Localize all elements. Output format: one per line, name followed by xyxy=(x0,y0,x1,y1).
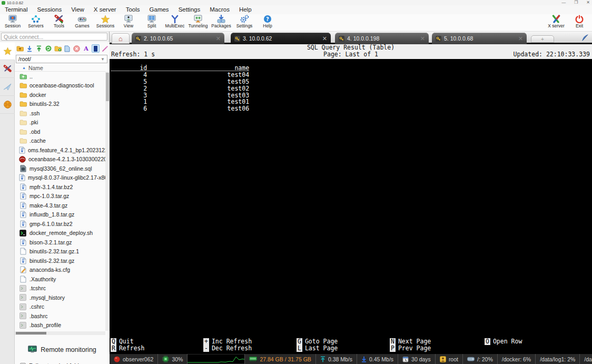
file-row[interactable]: gmp-6.1.0.tar.bz2 xyxy=(15,219,105,229)
menu-sessions[interactable]: Sessions xyxy=(32,5,66,14)
file-row[interactable]: binutils-2.32.tar.gz xyxy=(15,256,105,265)
home-tab-button[interactable]: ⌂ xyxy=(112,33,130,44)
file-row[interactable]: .bashrc xyxy=(15,311,105,321)
sidebar: A /root/ ▼ ▲ Name ..oceanbase-diagnostic… xyxy=(0,32,110,364)
rename-button[interactable]: A xyxy=(82,44,90,53)
status-segment-server-status: observer062 xyxy=(110,354,158,364)
session-tab[interactable]: 5. 10.0.0.68✕ xyxy=(432,33,527,44)
keybinding-column: +Inc Refresh-Dec Refresh xyxy=(203,338,252,352)
archive-file-icon xyxy=(20,183,26,191)
toolbar-button-sessions[interactable]: Sessions xyxy=(94,14,117,32)
tab-close-icon[interactable]: ✕ xyxy=(518,35,523,42)
file-row[interactable]: .obd xyxy=(15,127,105,136)
file-row[interactable]: mysql-8.0.37-linux-glibc2.17-x86_ xyxy=(15,173,105,183)
toolbar-button-tunneling[interactable]: Tunneling xyxy=(186,14,210,32)
menu-terminal[interactable]: Terminal xyxy=(0,5,32,14)
table-row[interactable]: 2 test02 xyxy=(111,85,249,92)
file-list-name-header[interactable]: ▲ Name xyxy=(15,64,105,72)
file-row[interactable]: oms.feature_4.2.1_bp1.20231225 xyxy=(15,145,105,155)
toolbar-button-tools[interactable]: Tools xyxy=(47,14,71,32)
menu-settings[interactable]: Settings xyxy=(174,5,205,14)
toolbar-button-session[interactable]: Session xyxy=(1,14,24,32)
download-file-button[interactable] xyxy=(25,44,33,53)
file-row[interactable]: .pki xyxy=(15,118,105,127)
tab-close-icon[interactable]: ✕ xyxy=(216,35,221,42)
shell-file-icon xyxy=(19,230,26,237)
file-row[interactable]: .cache xyxy=(15,136,105,146)
maximize-icon[interactable]: ❐ xyxy=(574,0,578,5)
sidebar-tab-macros-plane[interactable] xyxy=(0,78,15,96)
toolbar-button-split[interactable]: Split xyxy=(140,14,163,32)
minimize-icon[interactable]: — xyxy=(561,0,566,5)
file-row[interactable]: binutils-2.32.tar.gz.1 xyxy=(15,247,105,257)
sidebar-tab-sessions-star[interactable] xyxy=(0,42,15,60)
quick-connect-input[interactable] xyxy=(1,33,107,41)
refresh-button[interactable] xyxy=(44,44,52,53)
file-list-horizontal-scrollbar[interactable] xyxy=(15,331,105,335)
file-row[interactable]: .cshrc xyxy=(15,302,105,312)
toolbar-button-x-server[interactable]: X server xyxy=(545,14,568,32)
status-segment-upload-speed: 0.38 Mb/s xyxy=(316,354,357,364)
file-row[interactable]: .ssh xyxy=(15,109,105,118)
session-tab[interactable]: 4. 10.0.0.198✕ xyxy=(335,33,429,44)
status-text: /data/1: 15% xyxy=(584,356,592,362)
session-tab[interactable]: 2. 10.0.0.65✕ xyxy=(132,33,224,44)
toolbar-button-multiexec[interactable]: MultiExec xyxy=(163,14,186,32)
path-dropdown[interactable]: /root/ ▼ xyxy=(16,55,107,63)
toolbar-button-exit[interactable]: Exit xyxy=(568,14,591,32)
file-name: mpc-1.0.3.tar.gz xyxy=(29,193,69,199)
file-row[interactable]: mpfr-3.1.4.tar.bz2 xyxy=(15,182,105,192)
parent-dir-button[interactable] xyxy=(16,44,24,53)
delete-button[interactable] xyxy=(73,44,81,53)
file-row[interactable]: .Xauthority xyxy=(15,274,105,284)
toolbar-button-help[interactable]: ?Help xyxy=(256,14,279,32)
sidebar-tab-tools-knife[interactable] xyxy=(0,60,15,78)
menu-view[interactable]: View xyxy=(66,5,89,14)
file-row[interactable]: oceanbase-4.2.1.3-103030022024 xyxy=(15,155,105,164)
toolbar-button-servers[interactable]: Servers xyxy=(24,14,47,32)
file-row[interactable]: oceanbase-diagnostic-tool xyxy=(15,81,105,91)
file-row[interactable]: .tcshrc xyxy=(15,284,105,293)
toolbar-button-packages[interactable]: Packages xyxy=(210,14,233,32)
file-row[interactable]: make-4.3.tar.gz xyxy=(15,201,105,210)
menu-help[interactable]: Help xyxy=(234,5,256,14)
session-tab-active[interactable]: 3. 10.0.0.62✕ xyxy=(231,33,331,44)
home-icon: ⌂ xyxy=(119,35,123,43)
toolbar-button-games[interactable]: Games xyxy=(71,14,94,32)
sync-folder-icon xyxy=(94,46,97,52)
sync-folder-button[interactable] xyxy=(92,44,100,53)
file-row[interactable]: docker_remote_deploy.sh xyxy=(15,229,105,238)
upload-file-button[interactable] xyxy=(35,44,43,53)
wand-button[interactable] xyxy=(101,44,109,53)
file-row[interactable]: docker xyxy=(15,90,105,100)
terminal[interactable]: id name 4 test04 5 test05 2 test02 3 tes… xyxy=(110,59,592,354)
new-folder-button[interactable] xyxy=(54,44,62,53)
new-tab-button[interactable]: + xyxy=(531,35,554,43)
tab-close-icon[interactable]: ✕ xyxy=(322,35,327,42)
file-row[interactable]: .mysql_history xyxy=(15,293,105,302)
file-row[interactable]: .bash_profile xyxy=(15,321,105,330)
menu-games[interactable]: Games xyxy=(145,5,174,14)
new-file-button[interactable] xyxy=(63,44,71,53)
table-row[interactable]: 5 test05 xyxy=(111,78,249,85)
tab-close-icon[interactable]: ✕ xyxy=(420,35,425,42)
toolbar-button-settings[interactable]: Settings xyxy=(233,14,256,32)
file-list-vertical-scrollbar[interactable] xyxy=(105,72,110,331)
menu-tools[interactable]: Tools xyxy=(121,5,145,14)
toolbar-button-view[interactable]: View xyxy=(117,14,140,32)
file-row[interactable]: influxdb_1.8.tar.gz xyxy=(15,210,105,220)
menu-macros[interactable]: Macros xyxy=(205,5,234,14)
sidebar-tab-sftp-globe[interactable] xyxy=(0,96,15,114)
status-text: 0.45 Mb/s xyxy=(369,356,393,362)
menu-x-server[interactable]: X server xyxy=(89,5,121,14)
table-row[interactable]: 4 test04 xyxy=(111,72,249,78)
table-row[interactable]: 6 test06 xyxy=(111,105,249,112)
file-row[interactable]: .. xyxy=(15,72,105,81)
file-row[interactable]: anaconda-ks.cfg xyxy=(15,265,105,275)
file-row[interactable]: binutils-2.32 xyxy=(15,100,105,109)
file-row[interactable]: mysql3306_62_online.sql xyxy=(15,164,105,173)
file-row[interactable]: mpc-1.0.3.tar.gz xyxy=(15,192,105,201)
remote-monitoring-button[interactable]: Remote monitoring xyxy=(15,343,110,356)
close-icon[interactable]: ✕ xyxy=(586,0,590,5)
file-row[interactable]: bison-3.2.1.tar.gz xyxy=(15,238,105,247)
